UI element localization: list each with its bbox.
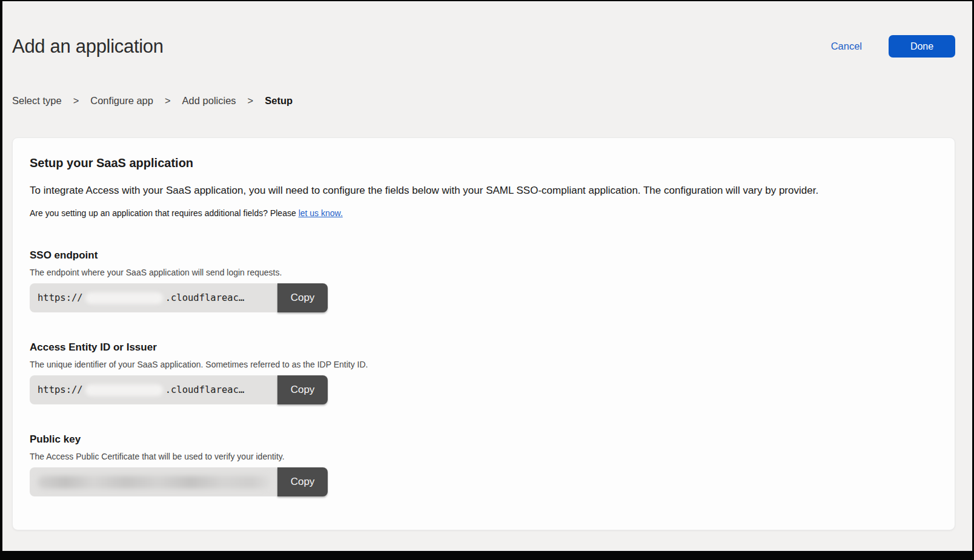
field-sso-endpoint: SSO endpoint The endpoint where your Saa…: [30, 249, 936, 312]
redacted-value: [85, 384, 163, 396]
sso-endpoint-value: https:// .cloudflareac…: [30, 283, 277, 312]
breadcrumb-item-add-policies[interactable]: Add policies: [182, 95, 236, 107]
cancel-button[interactable]: Cancel: [831, 41, 862, 52]
copy-button-sso-endpoint[interactable]: Copy: [277, 283, 328, 312]
field-access-entity-id: Access Entity ID or Issuer The unique id…: [30, 341, 936, 404]
value-suffix: .cloudflareac…: [165, 292, 245, 303]
page-header: Add an application Cancel Done: [12, 35, 955, 58]
page-title: Add an application: [12, 36, 164, 58]
header-actions: Cancel Done: [831, 35, 955, 58]
page-content: Add an application Cancel Done Select ty…: [2, 35, 972, 530]
copy-button-public-key[interactable]: Copy: [277, 467, 328, 496]
setup-card: Setup your SaaS application To integrate…: [12, 137, 955, 530]
breadcrumb-separator: >: [165, 95, 171, 107]
breadcrumb-separator: >: [73, 95, 79, 107]
done-button[interactable]: Done: [889, 35, 955, 58]
breadcrumb-item-configure-app[interactable]: Configure app: [90, 95, 153, 107]
window-frame: Add an application Cancel Done Select ty…: [0, 0, 974, 560]
value-prefix: https://: [38, 384, 83, 395]
access-entity-id-value: https:// .cloudflareac…: [30, 375, 277, 404]
breadcrumb-separator: >: [248, 95, 254, 107]
field-label: SSO endpoint: [30, 249, 936, 262]
breadcrumb: Select type > Configure app > Add polici…: [12, 95, 955, 107]
card-title: Setup your SaaS application: [30, 156, 936, 170]
card-intro: To integrate Access with your SaaS appli…: [30, 184, 936, 197]
redacted-value: [38, 476, 270, 489]
page: Add an application Cancel Done Select ty…: [2, 1, 972, 551]
field-label: Public key: [30, 433, 936, 446]
let-us-know-link[interactable]: let us know.: [299, 208, 343, 218]
public-key-value: [30, 467, 277, 496]
copy-button-access-entity-id[interactable]: Copy: [277, 375, 328, 404]
redacted-value: [85, 292, 163, 304]
field-label: Access Entity ID or Issuer: [30, 341, 936, 354]
breadcrumb-item-setup: Setup: [265, 95, 293, 107]
field-description: The Access Public Certificate that will …: [30, 452, 936, 461]
public-key-value-row: Copy: [30, 467, 328, 496]
field-public-key: Public key The Access Public Certificate…: [30, 433, 936, 496]
value-suffix: .cloudflareac…: [165, 384, 245, 395]
sso-endpoint-value-row: https:// .cloudflareac… Copy: [30, 283, 328, 312]
access-entity-id-value-row: https:// .cloudflareac… Copy: [30, 375, 328, 404]
field-description: The unique identifier of your SaaS appli…: [30, 360, 936, 369]
additional-fields-note: Are you setting up an application that r…: [30, 208, 936, 218]
value-prefix: https://: [38, 292, 83, 303]
note-text: Are you setting up an application that r…: [30, 208, 296, 218]
breadcrumb-item-select-type[interactable]: Select type: [12, 95, 62, 107]
field-description: The endpoint where your SaaS application…: [30, 268, 936, 277]
